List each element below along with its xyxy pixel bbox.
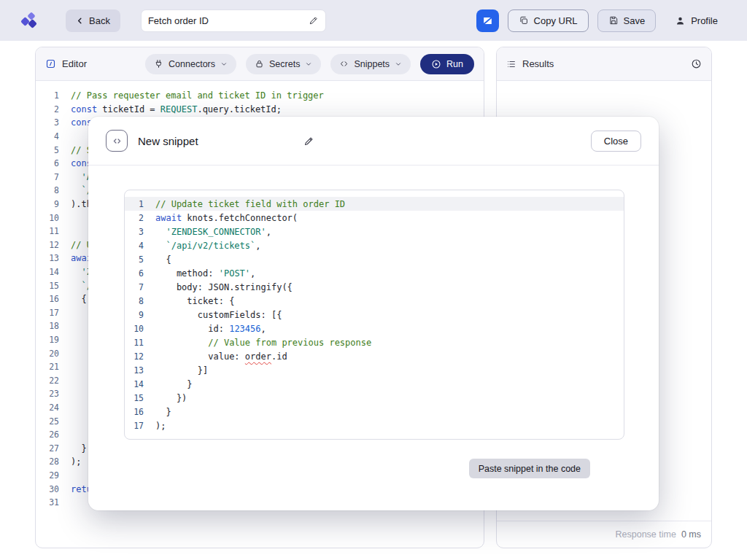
line-number: 4 [36, 131, 59, 141]
code-text: await knots.fetchConnector( [155, 213, 298, 223]
code-text: `/api/v2/tickets`, [155, 241, 261, 251]
workflow-title-field[interactable] [141, 9, 326, 32]
results-panel-header: Results [497, 47, 711, 81]
modal-body: 1// Update ticket field with order ID2aw… [88, 166, 659, 478]
code-text: method: 'POST', [155, 268, 255, 279]
line-number: 11 [125, 338, 144, 348]
topbar-actions: Copy URL Save Profile [476, 9, 728, 32]
line-number: 30 [36, 484, 59, 494]
code-line: 12 value: order.id [125, 349, 624, 363]
line-number: 12 [36, 240, 59, 250]
code-line: 15 }) [125, 391, 624, 405]
editor-icon [45, 58, 56, 69]
line-number: 22 [36, 376, 59, 386]
code-line: 17); [125, 419, 624, 432]
app-root: Back Copy URL [0, 0, 747, 560]
line-number: 6 [36, 158, 59, 168]
paste-snippet-button[interactable]: Paste snippet in the code [469, 459, 590, 478]
copy-url-button[interactable]: Copy URL [508, 9, 589, 32]
history-icon[interactable] [691, 58, 702, 69]
line-number: 7 [36, 172, 59, 182]
line-number: 8 [36, 185, 59, 195]
line-number: 8 [125, 296, 144, 306]
code-line: 2await knots.fetchConnector( [125, 211, 624, 225]
snippet-code-block[interactable]: 1// Update ticket field with order ID2aw… [124, 190, 624, 440]
workflow-title-input[interactable] [148, 15, 304, 26]
code-text: customFields: [{ [155, 310, 282, 320]
zendesk-logo-icon [481, 15, 494, 27]
app-logo-icon[interactable] [19, 10, 39, 31]
line-number: 13 [125, 365, 144, 376]
chevron-down-icon [305, 61, 312, 68]
save-icon [608, 15, 619, 26]
line-number: 1 [36, 90, 59, 101]
editor-panel-title: Editor [62, 58, 87, 69]
save-label: Save [624, 15, 646, 26]
back-label: Back [89, 15, 110, 26]
code-text: value: order.id [155, 351, 287, 362]
code-text: // Pass requester email and ticket ID in… [71, 90, 324, 101]
profile-label: Profile [691, 15, 718, 26]
line-number: 24 [36, 402, 59, 413]
results-panel-title: Results [522, 58, 554, 69]
code-text: ); [71, 456, 81, 467]
edit-title-icon[interactable] [309, 15, 319, 26]
code-line[interactable]: 2const ticketId = REQUEST.query.ticketId… [36, 103, 484, 117]
chevron-down-icon [220, 61, 228, 68]
code-line: 13 }] [125, 363, 624, 377]
code-line: 5 { [125, 252, 624, 266]
copy-icon [519, 15, 529, 26]
lock-icon [255, 59, 264, 69]
results-icon [506, 59, 516, 69]
profile-icon [675, 15, 686, 26]
line-number: 4 [125, 241, 144, 251]
line-number: 14 [125, 379, 144, 389]
edit-snippet-name-icon[interactable] [303, 136, 314, 147]
modal-title: New snippet [138, 135, 198, 147]
line-number: 25 [36, 416, 59, 427]
snippets-label: Snippets [354, 59, 390, 69]
line-number: 20 [36, 349, 59, 359]
save-button[interactable]: Save [597, 9, 657, 32]
code-line: 16 } [125, 405, 624, 419]
connectors-dropdown[interactable]: Connectors [145, 54, 236, 74]
code-text: { [71, 294, 87, 304]
code-text: body: JSON.stringify({ [155, 282, 293, 292]
line-number: 18 [36, 321, 59, 331]
code-text: } [71, 443, 87, 454]
connectors-label: Connectors [169, 59, 215, 69]
new-snippet-modal: New snippet Close 1// Update ticket fiel… [88, 117, 659, 510]
modal-header: New snippet Close [88, 117, 659, 166]
line-number: 17 [36, 308, 59, 318]
line-number: 15 [125, 393, 144, 403]
run-label: Run [446, 59, 463, 69]
run-button[interactable]: Run [420, 54, 474, 74]
line-number: 11 [36, 226, 59, 236]
zendesk-button[interactable] [476, 9, 499, 32]
code-text: } [155, 407, 171, 417]
snippet-badge-icon [106, 130, 128, 152]
code-line[interactable]: 1// Pass requester email and ticket ID i… [36, 89, 484, 103]
code-text: 'ZENDESK_CONNECTOR', [155, 227, 271, 237]
back-button[interactable]: Back [66, 9, 120, 32]
code-text: id: 123456, [155, 324, 266, 334]
profile-button[interactable]: Profile [665, 9, 728, 32]
line-number: 27 [36, 443, 59, 454]
line-number: 23 [36, 389, 59, 399]
code-text: ticket: { [155, 296, 234, 306]
code-line: 10 id: 123456, [125, 322, 624, 335]
editor-toolbar: Connectors Secrets [145, 54, 474, 74]
line-number: 5 [125, 254, 144, 265]
secrets-label: Secrets [269, 59, 300, 69]
response-time-label: Response time [616, 529, 676, 540]
code-snippet-icon [339, 59, 349, 69]
line-number: 28 [36, 456, 59, 467]
code-line: 14 } [125, 377, 624, 391]
snippets-dropdown[interactable]: Snippets [330, 54, 411, 74]
line-number: 3 [125, 227, 144, 237]
modal-footer: Paste snippet in the code [124, 440, 624, 478]
line-number: 5 [36, 145, 59, 155]
line-number: 17 [125, 421, 144, 431]
close-button[interactable]: Close [591, 131, 641, 152]
secrets-dropdown[interactable]: Secrets [246, 54, 321, 74]
